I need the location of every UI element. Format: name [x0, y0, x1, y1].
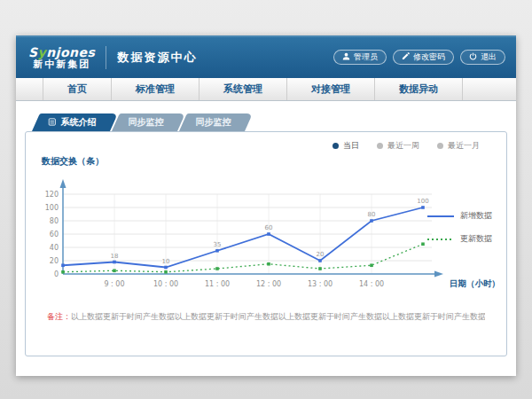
page-title: 数据资源中心	[117, 50, 197, 66]
nav-item-1[interactable]: 标准管理	[112, 78, 200, 100]
brand-logo-text: Synjones	[28, 46, 95, 59]
tab-bar: 系统介绍同步监控同步监控	[32, 113, 507, 131]
svg-text:20: 20	[317, 251, 325, 258]
tab-label: 系统介绍	[60, 116, 96, 129]
nav-item-4[interactable]: 数据异动	[375, 78, 463, 100]
svg-text:120: 120	[45, 191, 59, 199]
svg-text:35: 35	[214, 241, 222, 248]
footnote-prefix: 备注：	[47, 312, 71, 321]
nav-item-3[interactable]: 对接管理	[287, 78, 375, 100]
filter-label: 当日	[343, 140, 359, 152]
legend-item-1: 更新数据	[427, 233, 492, 245]
svg-text:日期（小时）: 日期（小时）	[450, 278, 500, 289]
filter-label: 最近一月	[448, 140, 480, 152]
filter-radio-2[interactable]: 最近一月	[437, 140, 480, 152]
filter-label: 最近一周	[387, 140, 419, 152]
legend-series-name: 新增数据	[460, 210, 492, 222]
desktop-background: Synjones 新中新集团 数据资源中心 管理员修改密码退出 首页标准管理系统…	[0, 0, 532, 399]
svg-text:20: 20	[50, 257, 59, 265]
power-icon	[469, 52, 477, 62]
svg-text:10 : 00: 10 : 00	[153, 280, 178, 288]
tab-label: 同步监控	[195, 116, 231, 129]
tab-0[interactable]: 系统介绍	[32, 113, 118, 131]
svg-text:80: 80	[50, 217, 59, 225]
y-axis-title: 数据交换（条）	[42, 155, 506, 168]
svg-text:60: 60	[265, 224, 273, 231]
brand-logo: Synjones 新中新集团	[28, 46, 95, 69]
user-bar-button-label: 修改密码	[413, 51, 445, 63]
user-icon	[342, 52, 350, 62]
svg-text:100: 100	[45, 204, 59, 212]
legend-line-sample	[427, 214, 454, 219]
app-window: Synjones 新中新集团 数据资源中心 管理员修改密码退出 首页标准管理系统…	[16, 35, 516, 376]
svg-text:100: 100	[417, 198, 428, 205]
edit-icon	[402, 52, 410, 62]
content-area: 系统介绍同步监控同步监控 当日最近一周最近一月 数据交换（条） 02040608…	[16, 101, 516, 356]
svg-text:11 : 00: 11 : 00	[205, 280, 230, 288]
svg-text:18: 18	[111, 253, 119, 260]
user-bar-button-power[interactable]: 退出	[460, 50, 505, 65]
header-divider	[106, 46, 106, 69]
user-bar-button-label: 退出	[481, 51, 497, 63]
legend-series-name: 更新数据	[460, 233, 492, 245]
app-header: Synjones 新中新集团 数据资源中心 管理员修改密码退出	[16, 35, 516, 78]
document-icon	[48, 118, 56, 128]
svg-text:0: 0	[54, 270, 59, 278]
radio-dot-icon	[377, 143, 383, 149]
user-bar-button-edit[interactable]: 修改密码	[393, 50, 454, 65]
svg-text:80: 80	[368, 211, 376, 218]
chart-container: 0204060801001209 : 0010 : 0011 : 0012 : …	[26, 169, 506, 302]
radio-dot-icon	[437, 143, 443, 149]
radio-dot-icon	[332, 143, 339, 149]
brand-logo-subtext: 新中新集团	[28, 59, 95, 70]
legend-item-0: 新增数据	[427, 210, 492, 222]
filter-radio-1[interactable]: 最近一周	[377, 140, 419, 152]
tab-label: 同步监控	[128, 116, 163, 129]
svg-text:14 : 00: 14 : 00	[359, 280, 384, 288]
user-bar-button-user[interactable]: 管理员	[333, 50, 387, 65]
tab-2[interactable]: 同步监控	[179, 113, 253, 131]
footnote: 备注：以上数据更新于时间产生数据以上数据更新于时间产生数据以上数据更新于时间产生…	[47, 311, 485, 323]
nav-item-2[interactable]: 系统管理	[200, 78, 287, 100]
tab-1[interactable]: 同步监控	[112, 113, 185, 131]
svg-text:10: 10	[162, 258, 170, 265]
svg-text:40: 40	[50, 244, 59, 252]
nav-item-0[interactable]: 首页	[43, 78, 112, 100]
footnote-text: 以上数据更新于时间产生数据以上数据更新于时间产生数据以上数据更新于时间产生数据以…	[71, 312, 485, 321]
chart-panel: 当日最近一周最近一月 数据交换（条） 0204060801001209 : 00…	[25, 131, 507, 356]
svg-text:12 : 00: 12 : 00	[256, 280, 281, 288]
filter-radio-0[interactable]: 当日	[332, 140, 359, 152]
chart-legend: 新增数据更新数据	[427, 210, 492, 245]
user-bar: 管理员修改密码退出	[333, 50, 505, 65]
main-nav: 首页标准管理系统管理对接管理数据异动	[16, 78, 516, 101]
date-range-filters: 当日最近一周最近一月	[332, 140, 480, 152]
svg-text:13 : 00: 13 : 00	[308, 280, 332, 288]
svg-text:9 : 00: 9 : 00	[104, 280, 124, 288]
legend-line-sample	[427, 237, 454, 242]
svg-text:60: 60	[50, 231, 59, 239]
user-bar-button-label: 管理员	[354, 51, 378, 63]
